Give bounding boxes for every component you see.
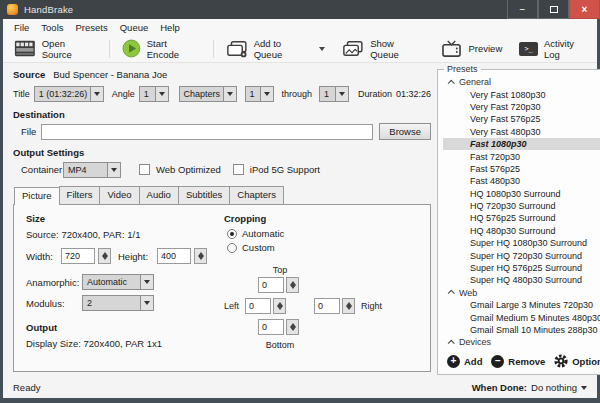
- crop-left-stepper[interactable]: [273, 298, 286, 314]
- collapse-arrow-icon[interactable]: [448, 340, 455, 347]
- tab-filters[interactable]: Filters: [59, 186, 101, 204]
- crop-automatic-option[interactable]: Automatic: [227, 228, 430, 239]
- preset-item[interactable]: HQ 480p30 Surround: [443, 225, 600, 237]
- range-type-dropdown[interactable]: Chapters: [179, 86, 237, 102]
- collapse-arrow-icon[interactable]: [448, 79, 455, 86]
- file-input[interactable]: [41, 124, 373, 140]
- height-label: Height:: [118, 251, 154, 262]
- preset-item[interactable]: Super HQ 1080p30 Surround: [443, 237, 600, 249]
- angle-label: Angle: [112, 89, 135, 99]
- preset-category[interactable]: Web: [443, 287, 600, 299]
- destination-heading: Destination: [13, 109, 431, 120]
- tab-video[interactable]: Video: [99, 186, 139, 204]
- preset-label: Super HQ 480p30 Surround: [470, 275, 582, 285]
- web-optimized-checkbox[interactable]: [139, 164, 150, 175]
- chevron-down-icon: [335, 87, 348, 101]
- preset-tree: GeneralVery Fast 1080p30Very Fast 720p30…: [440, 75, 600, 351]
- open-source-button[interactable]: Open Source: [9, 36, 102, 62]
- open-source-label: Open Source: [42, 38, 97, 60]
- crop-custom-option[interactable]: Custom: [227, 242, 430, 253]
- collapse-arrow-icon[interactable]: [448, 290, 455, 297]
- chevron-down-icon: [319, 47, 325, 51]
- preset-category[interactable]: Devices: [443, 336, 600, 348]
- chapter-end-dropdown[interactable]: 1: [319, 86, 349, 102]
- add-label: Add: [464, 356, 482, 367]
- menu-item-tools[interactable]: Tools: [35, 22, 69, 33]
- crop-top-input[interactable]: [258, 277, 284, 293]
- remove-preset-button[interactable]: − Remove: [491, 355, 545, 368]
- tab-subtitles[interactable]: Subtitles: [178, 186, 230, 204]
- preset-item[interactable]: Very Fast 1080p30: [443, 88, 600, 100]
- range-type-value: Chapters: [180, 87, 223, 101]
- modulus-dropdown[interactable]: 2: [82, 295, 154, 311]
- menu-item-help[interactable]: Help: [154, 22, 186, 33]
- preset-item[interactable]: Super HQ 480p30 Surround: [443, 274, 600, 286]
- menu-item-presets[interactable]: Presets: [70, 22, 114, 33]
- preset-label: Gmail Large 3 Minutes 720p30: [470, 300, 593, 310]
- tab-chapters[interactable]: Chapters: [229, 186, 284, 204]
- preset-item[interactable]: Very Fast 720p30: [443, 101, 600, 113]
- preset-item[interactable]: HQ 576p25 Surround: [443, 212, 600, 224]
- preset-item[interactable]: Gmail Small 10 Minutes 288p30: [443, 324, 600, 336]
- title-label: Title: [13, 89, 30, 99]
- height-input[interactable]: [157, 248, 191, 264]
- menu-item-queue[interactable]: Queue: [114, 22, 155, 33]
- preset-item[interactable]: Fast 1080p30: [443, 138, 600, 150]
- preset-label: Web: [459, 288, 477, 298]
- maximize-button[interactable]: [538, 0, 569, 19]
- add-preset-button[interactable]: + Add: [447, 355, 482, 368]
- crop-left-input[interactable]: [245, 298, 271, 314]
- start-encode-button[interactable]: Start Encode: [117, 36, 206, 62]
- tab-picture[interactable]: Picture: [14, 187, 60, 205]
- cropping-heading: Cropping: [224, 213, 430, 224]
- width-input[interactable]: [61, 248, 95, 264]
- tab-audio[interactable]: Audio: [139, 186, 179, 204]
- preset-item[interactable]: Fast 480p30: [443, 175, 600, 187]
- through-label: through: [281, 89, 312, 99]
- preset-label: Fast 576p25: [470, 164, 520, 174]
- modulus-label: Modulus:: [26, 298, 78, 309]
- preset-label: Fast 720p30: [470, 152, 520, 162]
- preview-button[interactable]: Preview: [436, 38, 507, 60]
- title-dropdown[interactable]: 1 (01:32:26): [34, 86, 104, 102]
- preset-item[interactable]: Fast 576p25: [443, 163, 600, 175]
- container-dropdown[interactable]: MP4: [63, 162, 121, 178]
- preset-label: Fast 480p30: [470, 176, 520, 186]
- angle-dropdown[interactable]: 1: [139, 86, 169, 102]
- preset-actions: + Add − Remove: [440, 351, 600, 372]
- chapter-start-dropdown[interactable]: 1: [245, 86, 275, 102]
- crop-right-input[interactable]: [314, 298, 340, 314]
- width-stepper[interactable]: [98, 248, 111, 264]
- preset-category[interactable]: General: [443, 76, 600, 88]
- close-icon: ×: [582, 4, 588, 15]
- crop-bottom-input[interactable]: [258, 319, 284, 335]
- preset-item[interactable]: Super HQ 720p30 Surround: [443, 249, 600, 261]
- crop-top-stepper[interactable]: [286, 277, 299, 293]
- preset-item[interactable]: Fast 720p30: [443, 150, 600, 162]
- window-frame: FileToolsPresetsQueueHelp Open Source St…: [0, 19, 600, 403]
- browse-button[interactable]: Browse: [379, 123, 431, 140]
- close-button[interactable]: ×: [569, 0, 600, 19]
- add-to-queue-button[interactable]: Add to Queue: [221, 36, 330, 62]
- preset-item[interactable]: Very Fast 576p25: [443, 113, 600, 125]
- preset-item[interactable]: Gmail Medium 5 Minutes 480p30: [443, 311, 600, 323]
- menu-item-file[interactable]: File: [8, 22, 35, 33]
- preset-item[interactable]: HQ 720p30 Surround: [443, 200, 600, 212]
- activity-log-button[interactable]: >_ Activity Log: [514, 36, 597, 62]
- show-queue-button[interactable]: Show Queue: [337, 36, 429, 62]
- preset-item[interactable]: Android 1080p30: [443, 349, 600, 351]
- preset-item[interactable]: Very Fast 480p30: [443, 126, 600, 138]
- crop-right-stepper[interactable]: [342, 298, 355, 314]
- ipod-5g-checkbox[interactable]: [233, 164, 244, 175]
- preset-options-button[interactable]: Options: [554, 354, 600, 368]
- preset-item[interactable]: Super HQ 576p25 Surround: [443, 262, 600, 274]
- height-stepper[interactable]: [194, 248, 207, 264]
- preset-item[interactable]: HQ 1080p30 Surround: [443, 188, 600, 200]
- crop-values: Top Left: [224, 265, 424, 365]
- when-done-dropdown[interactable]: When Done: Do nothing: [472, 382, 587, 393]
- anamorphic-dropdown[interactable]: Automatic: [82, 274, 154, 290]
- preset-label: HQ 720p30 Surround: [470, 201, 556, 211]
- crop-bottom-stepper[interactable]: [286, 319, 299, 335]
- minimize-button[interactable]: −: [507, 0, 538, 19]
- preset-item[interactable]: Gmail Large 3 Minutes 720p30: [443, 299, 600, 311]
